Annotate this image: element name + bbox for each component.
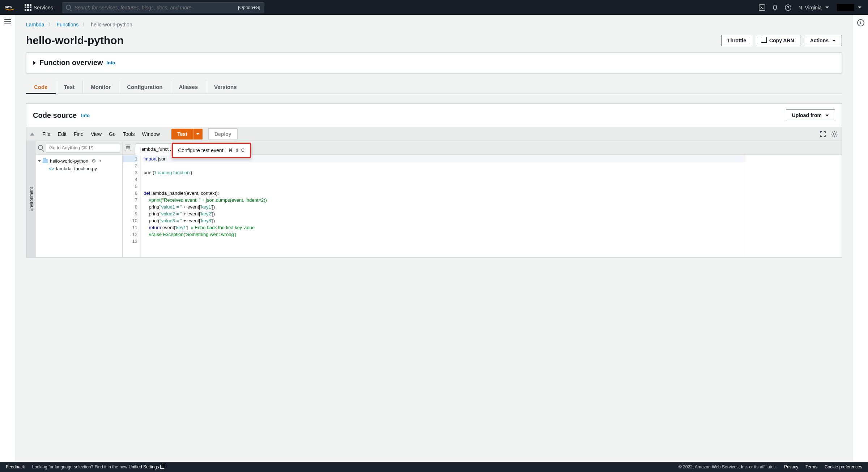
notifications-icon[interactable] bbox=[770, 2, 780, 13]
info-link[interactable]: Info bbox=[81, 113, 90, 118]
file-icon: <> bbox=[49, 166, 54, 171]
left-rail bbox=[0, 15, 15, 462]
help-icon[interactable]: ? bbox=[783, 2, 793, 13]
editor-pane: lambda_functi… × 12345678910111213 impor… bbox=[123, 141, 842, 257]
external-link-icon bbox=[160, 465, 164, 469]
chevron-down-icon bbox=[858, 7, 861, 8]
copy-icon bbox=[762, 38, 767, 43]
ide: FileEditFindViewGoToolsWindow Test Confi… bbox=[26, 127, 842, 257]
services-menu[interactable]: Services bbox=[22, 2, 56, 13]
svg-text:?: ? bbox=[787, 5, 789, 10]
breadcrumb-lambda[interactable]: Lambda bbox=[26, 22, 44, 27]
svg-point-4 bbox=[833, 133, 835, 135]
folder-icon bbox=[43, 159, 48, 163]
menu-item-label: Configure test event bbox=[178, 147, 223, 153]
tree-folder[interactable]: hello-world-python ⚙▾ bbox=[37, 157, 121, 165]
page-title: hello-world-python bbox=[26, 34, 124, 47]
info-icon[interactable]: i bbox=[857, 19, 864, 26]
chevron-right-icon: 〉 bbox=[82, 21, 87, 28]
test-dropdown-menu: Configure test event ⌘ ⇧ C bbox=[171, 142, 251, 158]
scroll-icon[interactable] bbox=[125, 145, 131, 151]
test-dropdown[interactable] bbox=[193, 129, 203, 140]
file-tab-label: lambda_functi… bbox=[140, 146, 174, 152]
breadcrumb-functions[interactable]: Functions bbox=[57, 22, 79, 27]
cloudshell-icon[interactable] bbox=[757, 2, 767, 13]
cookie-prefs-link[interactable]: Cookie preferences bbox=[825, 464, 862, 469]
tab-test[interactable]: Test bbox=[56, 80, 83, 94]
menu-find[interactable]: Find bbox=[70, 130, 87, 138]
throttle-button[interactable]: Throttle bbox=[721, 35, 752, 46]
footer-copyright: © 2022, Amazon Web Services, Inc. or its… bbox=[678, 464, 777, 469]
fullscreen-icon[interactable] bbox=[820, 131, 826, 137]
collapse-icon[interactable] bbox=[30, 133, 34, 136]
minimap[interactable] bbox=[744, 155, 842, 257]
tree-file[interactable]: <> lambda_function.py bbox=[37, 165, 121, 172]
breadcrumb-current: hello-world-python bbox=[91, 22, 132, 27]
overview-heading: Function overview bbox=[39, 59, 103, 67]
account-redacted bbox=[837, 4, 854, 11]
file-explorer: hello-world-python ⚙▾ <> lambda_function… bbox=[36, 141, 123, 257]
keyboard-shortcut: ⌘ ⇧ C bbox=[228, 147, 245, 153]
function-tabs: CodeTestMonitorConfigurationAliasesVersi… bbox=[26, 80, 842, 94]
top-nav: aws Services [Option+S] ? N. Virginia bbox=[0, 0, 868, 15]
function-overview-panel: Function overview Info bbox=[26, 52, 842, 73]
chevron-down-icon bbox=[825, 7, 829, 8]
environment-tab[interactable]: Environment bbox=[26, 141, 36, 257]
footer: Feedback Looking for language selection?… bbox=[0, 462, 868, 472]
chevron-right-icon: 〉 bbox=[48, 21, 53, 28]
menu-window[interactable]: Window bbox=[138, 130, 163, 138]
code-editor[interactable]: 12345678910111213 import json print('Loa… bbox=[123, 155, 842, 257]
hamburger-icon[interactable] bbox=[4, 19, 11, 24]
region-label: N. Virginia bbox=[799, 5, 822, 10]
test-button[interactable]: Test bbox=[171, 129, 193, 140]
feedback-link[interactable]: Feedback bbox=[6, 464, 25, 469]
upload-from-menu[interactable]: Upload from bbox=[786, 110, 835, 121]
code-source-heading: Code source bbox=[33, 111, 77, 120]
info-link[interactable]: Info bbox=[107, 60, 115, 65]
menu-edit[interactable]: Edit bbox=[54, 130, 70, 138]
main-content: Lambda 〉 Functions 〉 hello-world-python … bbox=[15, 15, 853, 462]
privacy-link[interactable]: Privacy bbox=[784, 464, 798, 469]
chevron-down-icon[interactable]: ▾ bbox=[99, 159, 101, 163]
account-menu[interactable] bbox=[834, 2, 864, 13]
actions-menu[interactable]: Actions bbox=[804, 35, 842, 46]
copy-arn-button[interactable]: Copy ARN bbox=[756, 35, 800, 46]
chevron-down-icon bbox=[196, 133, 200, 135]
tab-configuration[interactable]: Configuration bbox=[119, 80, 171, 94]
gear-icon[interactable] bbox=[831, 130, 838, 138]
region-selector[interactable]: N. Virginia bbox=[796, 3, 832, 13]
services-label: Services bbox=[34, 5, 53, 10]
menu-go[interactable]: Go bbox=[105, 130, 119, 138]
search-hint: [Option+S] bbox=[238, 5, 260, 10]
folder-label: hello-world-python bbox=[50, 158, 88, 164]
tab-aliases[interactable]: Aliases bbox=[171, 80, 207, 94]
search-icon bbox=[66, 5, 72, 10]
search-input[interactable] bbox=[75, 5, 238, 10]
goto-input[interactable] bbox=[46, 143, 120, 153]
search-icon[interactable] bbox=[38, 145, 44, 151]
terms-link[interactable]: Terms bbox=[805, 464, 817, 469]
tab-monitor[interactable]: Monitor bbox=[83, 80, 119, 94]
footer-lang-hint: Looking for language selection? Find it … bbox=[32, 464, 164, 469]
deploy-button[interactable]: Deploy bbox=[208, 128, 238, 140]
menu-file[interactable]: File bbox=[39, 130, 54, 138]
tab-code[interactable]: Code bbox=[26, 80, 56, 94]
code-source-panel: Code source Info Upload from FileEditFin… bbox=[26, 103, 842, 258]
menu-tools[interactable]: Tools bbox=[119, 130, 139, 138]
configure-test-event-item[interactable]: Configure test event ⌘ ⇧ C bbox=[172, 143, 251, 158]
search-box[interactable]: [Option+S] bbox=[62, 2, 264, 13]
unified-settings-link[interactable]: Unified Settings bbox=[129, 464, 164, 469]
gear-icon[interactable]: ⚙ bbox=[92, 158, 96, 164]
chevron-down-icon bbox=[38, 160, 41, 162]
file-label: lambda_function.py bbox=[56, 166, 97, 171]
menu-view[interactable]: View bbox=[87, 130, 105, 138]
breadcrumb: Lambda 〉 Functions 〉 hello-world-python bbox=[26, 21, 842, 28]
chevron-down-icon bbox=[832, 40, 836, 42]
grid-icon bbox=[25, 4, 31, 11]
svg-text:aws: aws bbox=[5, 4, 12, 8]
tab-versions[interactable]: Versions bbox=[206, 80, 245, 94]
right-rail: i bbox=[853, 15, 868, 462]
aws-logo[interactable]: aws bbox=[4, 4, 18, 11]
ide-menubar: FileEditFindViewGoToolsWindow Test Confi… bbox=[26, 127, 842, 141]
expand-icon[interactable] bbox=[33, 61, 36, 65]
